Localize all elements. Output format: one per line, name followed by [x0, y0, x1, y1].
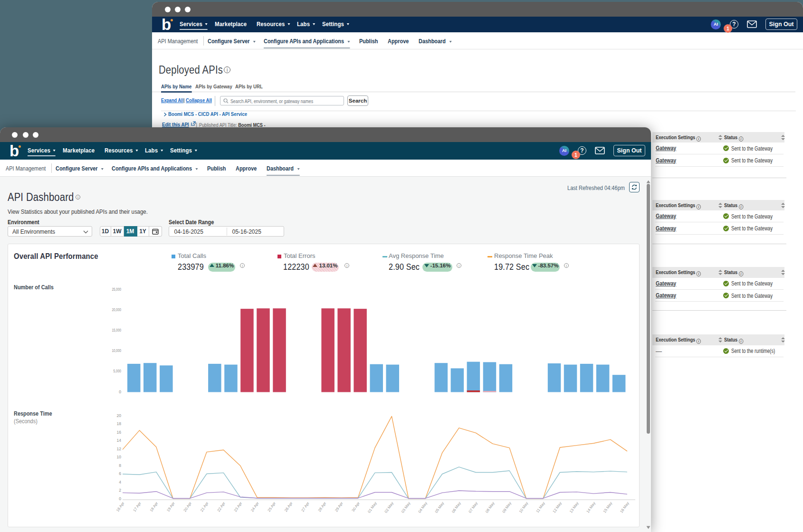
svg-text:20 Apr: 20 Apr [183, 501, 193, 513]
svg-text:27 Apr: 27 Apr [300, 501, 310, 513]
svg-text:11 May: 11 May [535, 501, 546, 513]
svg-text:0: 0 [119, 496, 121, 501]
svg-text:0: 0 [119, 390, 121, 394]
svg-text:15,000: 15,000 [112, 328, 122, 332]
svg-text:04 May: 04 May [417, 501, 428, 514]
svg-text:02 May: 02 May [384, 501, 394, 514]
svg-text:17 Apr: 17 Apr [132, 501, 142, 513]
svg-text:16: 16 [117, 430, 122, 435]
svg-text:07 May: 07 May [468, 501, 478, 514]
svg-text:10: 10 [117, 455, 122, 459]
svg-text:19 Apr: 19 Apr [166, 501, 176, 513]
svg-text:03 May: 03 May [401, 501, 411, 514]
svg-text:13 May: 13 May [569, 501, 579, 514]
svg-text:10,000: 10,000 [112, 348, 122, 353]
svg-text:05 May: 05 May [434, 501, 445, 514]
svg-text:30 Apr: 30 Apr [351, 501, 361, 513]
svg-text:12 May: 12 May [552, 501, 563, 514]
svg-text:18: 18 [117, 421, 122, 426]
svg-text:8: 8 [119, 463, 121, 468]
svg-text:01 May: 01 May [367, 501, 377, 514]
svg-text:09 May: 09 May [501, 501, 512, 514]
svg-text:24 Apr: 24 Apr [250, 501, 260, 513]
svg-text:6: 6 [119, 471, 121, 476]
svg-text:12: 12 [117, 446, 122, 451]
svg-text:14 May: 14 May [585, 501, 596, 514]
svg-text:29 Apr: 29 Apr [334, 501, 344, 513]
svg-text:10 May: 10 May [518, 501, 529, 514]
svg-text:25 Apr: 25 Apr [267, 501, 277, 513]
svg-text:5,000: 5,000 [114, 369, 122, 373]
svg-text:22 Apr: 22 Apr [216, 501, 226, 513]
svg-text:15 May: 15 May [602, 501, 613, 514]
svg-text:21 Apr: 21 Apr [200, 501, 210, 513]
svg-text:28 Apr: 28 Apr [317, 501, 327, 513]
svg-text:18 Apr: 18 Apr [149, 501, 159, 513]
svg-text:14: 14 [117, 438, 122, 443]
svg-text:20: 20 [117, 413, 122, 418]
svg-text:23 Apr: 23 Apr [233, 501, 243, 513]
svg-text:2: 2 [119, 488, 121, 493]
svg-text:06 May: 06 May [451, 501, 461, 514]
svg-text:25,000: 25,000 [112, 287, 122, 292]
svg-text:16 Apr: 16 Apr [115, 501, 125, 513]
svg-text:08 May: 08 May [485, 501, 495, 514]
svg-text:20,000: 20,000 [112, 307, 122, 312]
svg-text:16 May: 16 May [619, 501, 630, 514]
svg-text:4: 4 [119, 480, 121, 484]
svg-text:26 Apr: 26 Apr [284, 501, 294, 513]
